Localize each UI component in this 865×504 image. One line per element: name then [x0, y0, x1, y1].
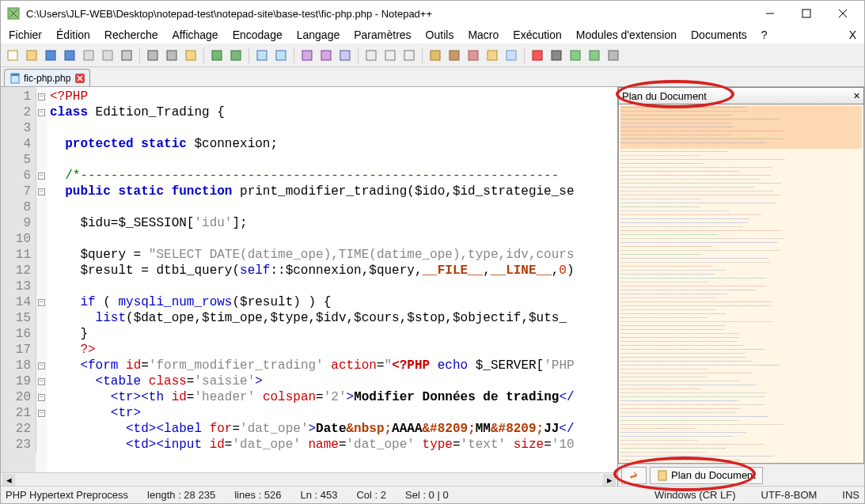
svg-rect-34 — [609, 51, 618, 60]
close-icon[interactable] — [80, 47, 97, 64]
horizontal-scrollbar[interactable]: ◂ ▸ — [1, 472, 617, 486]
svg-rect-22 — [366, 51, 376, 60]
doc-map-icon[interactable] — [446, 47, 463, 64]
footer-wrench-button[interactable] — [621, 467, 647, 484]
svg-rect-7 — [46, 51, 55, 60]
svg-rect-11 — [122, 51, 131, 60]
code-content[interactable]: <?PHPclass Edition_Trading { protected s… — [47, 87, 617, 472]
document-map-panel: Plan du Document ✕ ~~~~~~~~~~~~~~~~~~~~~… — [617, 87, 864, 486]
menu-fichier[interactable]: Fichier — [4, 27, 47, 43]
file-icon — [9, 73, 21, 84]
save-macro-icon[interactable] — [605, 47, 622, 64]
document-map[interactable]: ~~~~~~~~~~~~~~~~~~~~~~~~~~~~~~~~~~~~~~~~… — [618, 104, 864, 464]
svg-rect-25 — [431, 51, 440, 60]
save-icon[interactable] — [42, 47, 59, 64]
status-mode: INS — [842, 489, 859, 501]
svg-rect-15 — [212, 51, 222, 60]
zoom-in-icon[interactable] — [298, 47, 316, 64]
play-icon[interactable] — [567, 47, 584, 64]
svg-rect-5 — [8, 51, 17, 60]
copy-icon[interactable] — [163, 47, 180, 64]
redo-icon[interactable] — [227, 47, 245, 64]
undo-icon[interactable] — [208, 47, 226, 64]
svg-rect-27 — [469, 51, 478, 60]
indent-guide-icon[interactable] — [400, 47, 418, 64]
svg-rect-30 — [533, 51, 542, 60]
svg-rect-33 — [590, 51, 599, 60]
panel-footer: Plan du Document — [618, 464, 864, 486]
menu-affichage[interactable]: Affichage — [168, 27, 223, 43]
menu-macro[interactable]: Macro — [463, 27, 503, 43]
wrench-icon — [628, 470, 639, 481]
footer-docmap-button[interactable]: Plan du Document — [650, 467, 763, 484]
menu--[interactable]: ? — [757, 27, 772, 43]
sync-v-icon[interactable] — [336, 47, 354, 64]
close-all-icon[interactable] — [99, 47, 116, 64]
status-encoding: UTF-8-BOM — [761, 489, 818, 501]
svg-rect-2 — [802, 9, 810, 17]
menu--dition[interactable]: Édition — [51, 27, 95, 43]
svg-rect-6 — [27, 51, 36, 60]
svg-rect-13 — [167, 51, 176, 60]
tab-close-icon[interactable] — [75, 74, 85, 83]
word-wrap-icon[interactable] — [362, 47, 380, 64]
menu-documents[interactable]: Documents — [686, 27, 752, 43]
maximize-button[interactable] — [788, 1, 825, 26]
app-icon — [7, 7, 20, 20]
replace-icon[interactable] — [272, 47, 290, 64]
menu-x[interactable]: X — [844, 27, 861, 43]
monitor-icon[interactable] — [503, 47, 520, 64]
menu-recherche[interactable]: Recherche — [100, 27, 163, 43]
line-number-gutter: 1234567891011121314151617181920212223 — [1, 87, 36, 472]
menu-langage[interactable]: Langage — [292, 27, 345, 43]
menu-outils[interactable]: Outils — [421, 27, 459, 43]
tabs-row: fic-php.php — [1, 67, 864, 86]
panel-close-icon[interactable]: ✕ — [851, 90, 862, 101]
scroll-left-arrow[interactable]: ◂ — [2, 474, 15, 486]
scroll-right-arrow[interactable]: ▸ — [603, 474, 616, 486]
paste-icon[interactable] — [182, 47, 199, 64]
svg-rect-9 — [84, 51, 93, 60]
status-lines: lines : 526 — [234, 489, 281, 501]
open-file-icon[interactable] — [23, 47, 40, 64]
svg-rect-28 — [488, 51, 497, 60]
stop-icon[interactable] — [548, 47, 565, 64]
cut-icon[interactable] — [144, 47, 161, 64]
fold-column[interactable]: −− −− − −−−− — [36, 87, 47, 472]
titlebar: C:\Users\JLF-WEB\Desktop\notepad-test\no… — [1, 1, 864, 26]
play-multi-icon[interactable] — [586, 47, 603, 64]
svg-rect-12 — [148, 51, 157, 60]
record-icon[interactable] — [529, 47, 546, 64]
panel-header[interactable]: Plan du Document ✕ — [618, 87, 864, 104]
editor[interactable]: 1234567891011121314151617181920212223 −−… — [1, 87, 617, 486]
window-title: C:\Users\JLF-WEB\Desktop\notepad-test\no… — [26, 8, 752, 20]
svg-rect-39 — [658, 471, 666, 480]
lang-user-icon[interactable] — [427, 47, 444, 64]
svg-rect-14 — [186, 51, 195, 60]
func-list-icon[interactable] — [465, 47, 482, 64]
svg-rect-23 — [385, 51, 395, 60]
menu-encodage[interactable]: Encodage — [228, 27, 287, 43]
status-eol: Windows (CR LF) — [654, 489, 736, 501]
all-chars-icon[interactable] — [381, 47, 399, 64]
svg-rect-21 — [340, 51, 350, 60]
new-file-icon[interactable] — [4, 47, 21, 64]
print-icon[interactable] — [118, 47, 135, 64]
status-sel: Sel : 0 | 0 — [405, 489, 449, 501]
save-all-icon[interactable] — [61, 47, 78, 64]
panel-title: Plan du Document — [622, 90, 707, 102]
menu-ex-cution[interactable]: Exécution — [508, 27, 566, 43]
svg-rect-32 — [571, 51, 580, 60]
status-language: PHP Hypertext Preprocess — [6, 489, 128, 501]
menu-modules-d-extension[interactable]: Modules d'extension — [571, 27, 681, 43]
svg-rect-24 — [404, 51, 414, 60]
find-icon[interactable] — [253, 47, 271, 64]
menu-param-tres[interactable]: Paramètres — [349, 27, 415, 43]
close-button[interactable] — [825, 1, 861, 26]
zoom-out-icon[interactable] — [317, 47, 335, 64]
status-col: Col : 2 — [356, 489, 386, 501]
folder-icon[interactable] — [484, 47, 501, 64]
minimize-button[interactable] — [752, 1, 788, 26]
footer-btn-label: Plan du Document — [671, 469, 756, 481]
tab-fic-php[interactable]: fic-php.php — [4, 69, 90, 86]
